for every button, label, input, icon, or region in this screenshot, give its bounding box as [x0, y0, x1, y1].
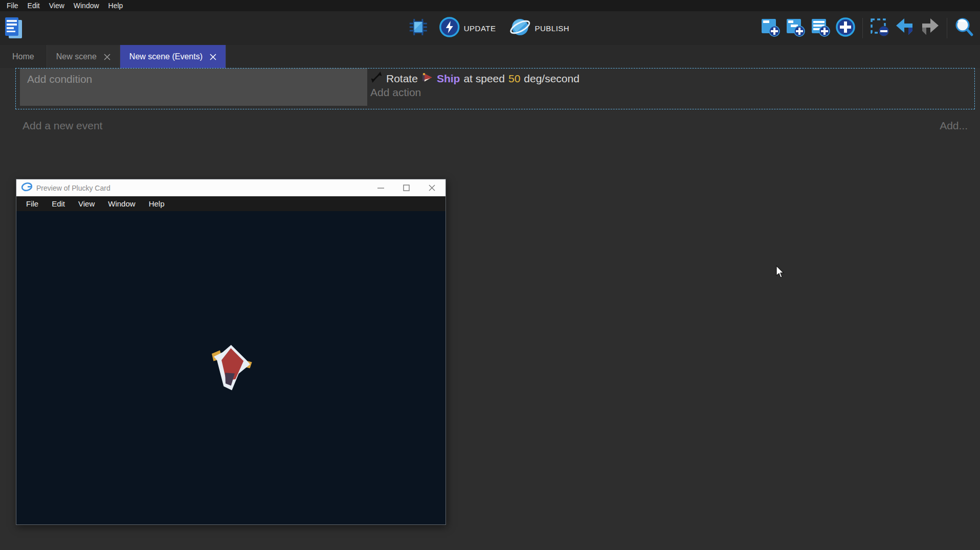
- app-menubar: File Edit View Window Help: [0, 0, 980, 11]
- main-toolbar: UPDATE PUBLISH: [0, 11, 980, 45]
- preview-window-title: Preview of Plucky Card: [36, 184, 110, 192]
- add-sub-event-button[interactable]: [785, 17, 806, 39]
- close-tab-icon[interactable]: [104, 53, 110, 60]
- tab-new-scene-events-label: New scene (Events): [129, 52, 203, 61]
- update-label: UPDATE: [464, 24, 496, 33]
- preview-menu-file[interactable]: File: [19, 199, 45, 208]
- project-manager-button[interactable]: [4, 16, 24, 40]
- preview-titlebar[interactable]: Preview of Plucky Card: [16, 179, 446, 196]
- project-manager-icon: [4, 33, 24, 42]
- menu-edit[interactable]: Edit: [23, 0, 44, 11]
- tab-new-scene-label: New scene: [56, 52, 97, 61]
- menu-view[interactable]: View: [44, 0, 69, 11]
- add-circle-icon: [835, 17, 856, 39]
- gdevelop-logo-icon: [21, 182, 32, 193]
- action-object-name: Ship: [437, 73, 460, 85]
- choose-and-add-event-button[interactable]: [835, 17, 856, 39]
- maximize-icon[interactable]: [403, 185, 410, 192]
- actions-column: Rotate Ship at speed 50 deg/second Add a…: [367, 68, 974, 106]
- minimize-icon[interactable]: [377, 185, 384, 192]
- toolbar-separator: [862, 18, 863, 38]
- add-condition-zone[interactable]: Add condition: [20, 68, 367, 106]
- window-controls: [377, 185, 440, 192]
- toolbar-separator: [947, 18, 947, 38]
- game-canvas[interactable]: [16, 211, 446, 524]
- ship-object-icon: [421, 73, 433, 85]
- action-value: 50: [508, 73, 520, 85]
- tab-home-label: Home: [12, 52, 34, 61]
- add-comment-button[interactable]: [810, 17, 831, 39]
- publish-button[interactable]: PUBLISH: [506, 15, 573, 41]
- add-event-button[interactable]: Add...: [940, 120, 968, 132]
- ship-sprite: [208, 341, 254, 394]
- menu-window[interactable]: Window: [69, 0, 104, 11]
- tab-new-scene-events[interactable]: New scene (Events): [120, 45, 226, 68]
- selected-event-row[interactable]: Add condition Rotate: [15, 68, 975, 109]
- debugger-button[interactable]: [408, 17, 429, 39]
- add-new-event-icon: [760, 17, 781, 39]
- tab-new-scene[interactable]: New scene: [47, 45, 120, 68]
- action-verb: Rotate: [386, 73, 418, 85]
- tab-home[interactable]: Home: [0, 45, 47, 68]
- preview-menu-edit[interactable]: Edit: [45, 199, 72, 208]
- search-icon: [954, 17, 974, 39]
- update-lightning-icon: [439, 17, 460, 39]
- redo-icon: [919, 17, 941, 39]
- close-icon[interactable]: [428, 185, 435, 192]
- publish-label: PUBLISH: [535, 24, 570, 33]
- action-suffix-text: deg/second: [524, 73, 580, 85]
- add-new-event-row[interactable]: Add a new event Add...: [15, 114, 975, 138]
- rotate-arrows-icon: [370, 71, 383, 86]
- preview-menu-help[interactable]: Help: [142, 199, 171, 208]
- search-events-button[interactable]: [953, 17, 975, 39]
- undo-icon: [894, 17, 916, 39]
- undo-button[interactable]: [894, 17, 916, 39]
- publish-planet-icon: [509, 17, 531, 39]
- preview-menu-window[interactable]: Window: [101, 199, 142, 208]
- close-tab-icon[interactable]: [210, 53, 216, 60]
- menu-help[interactable]: Help: [104, 0, 128, 11]
- debugger-bug-icon: [408, 17, 429, 39]
- preview-window: Preview of Plucky Card File Edit View Wi…: [16, 179, 446, 525]
- editor-tabbar: Home New scene New scene (Events): [0, 45, 980, 68]
- add-action-zone[interactable]: Add action: [370, 86, 974, 99]
- remove-selection-button[interactable]: [869, 17, 890, 39]
- add-new-event-label: Add a new event: [23, 120, 102, 132]
- update-button[interactable]: UPDATE: [436, 15, 499, 41]
- menu-file[interactable]: File: [2, 0, 23, 11]
- add-condition-placeholder: Add condition: [27, 73, 92, 85]
- preview-menubar: File Edit View Window Help: [16, 196, 446, 211]
- add-comment-icon: [810, 17, 831, 39]
- redo-button[interactable]: [919, 17, 941, 39]
- remove-selection-icon: [869, 17, 890, 39]
- add-new-event-button[interactable]: [760, 17, 781, 39]
- preview-menu-view[interactable]: View: [72, 199, 101, 208]
- action-middle-text: at speed: [463, 73, 505, 85]
- rotate-action[interactable]: Rotate Ship at speed 50 deg/second: [370, 71, 974, 86]
- add-sub-event-icon: [785, 17, 806, 39]
